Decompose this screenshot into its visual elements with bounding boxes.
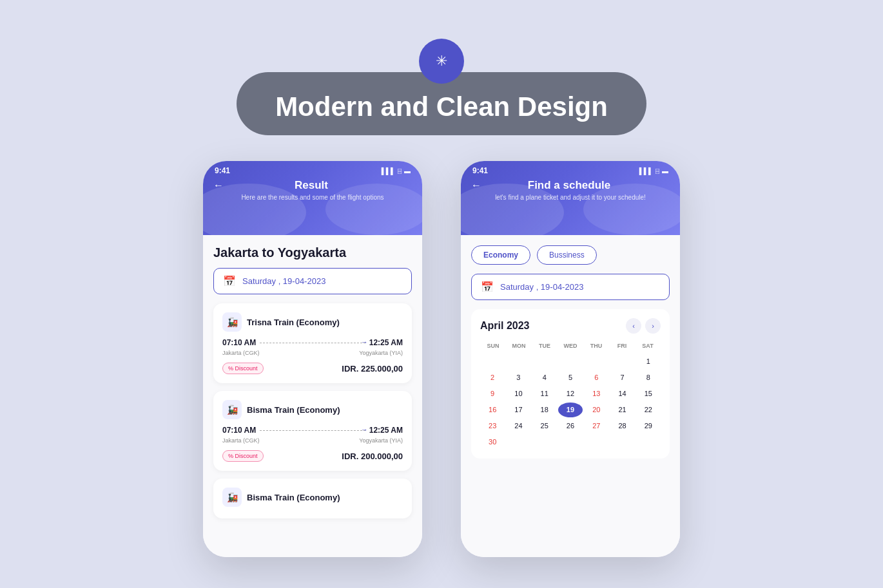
arrive-time-1: 12:25 AM [369, 426, 403, 435]
calendar-grid: 1234567891011121314151617181920212223242… [480, 354, 661, 450]
train-icon-2: 🚂 [222, 488, 242, 507]
status-icons-right: ▌▌▌ ⌸ ▬ [639, 167, 668, 175]
cal-cell[interactable]: 20 [584, 403, 608, 417]
cal-cell[interactable]: 15 [636, 386, 661, 401]
day-label-mon: MON [506, 341, 532, 350]
battery-icon-right: ▬ [662, 167, 668, 175]
cal-cell[interactable]: 5 [558, 370, 583, 385]
cal-cell[interactable]: 23 [480, 419, 505, 433]
cal-cell [558, 435, 583, 450]
cal-cell[interactable]: 16 [480, 403, 505, 417]
cal-cell[interactable]: 4 [532, 370, 557, 385]
phone-right: 9:41 ▌▌▌ ⌸ ▬ ← Find a schedule let's fin… [461, 161, 680, 557]
calendar-month: April 2023 [480, 320, 529, 332]
cal-cell[interactable]: 27 [584, 419, 608, 433]
cal-cell [532, 435, 557, 450]
date-text-left: Saturday , 19-04-2023 [242, 276, 325, 286]
cal-cell[interactable]: 12 [558, 386, 583, 401]
cal-cell[interactable]: 21 [610, 403, 634, 417]
tab-economy[interactable]: Economy [471, 245, 530, 265]
to-station-0: Yogyakarta (YIA) [359, 350, 403, 356]
cal-cell [506, 435, 530, 450]
cal-cell[interactable]: 22 [636, 403, 661, 417]
train-route-0: 07:10 AM 12:25 AM [222, 338, 403, 347]
cal-cell[interactable]: 2 [480, 370, 505, 385]
date-selector-right[interactable]: 📅 Saturday , 19-04-2023 [471, 274, 670, 300]
wifi-icon-right: ⌸ [655, 167, 659, 175]
phone-left: 9:41 ▌▌▌ ⌸ ▬ ← Result Here are the resul… [203, 161, 422, 557]
train-route-1: 07:10 AM 12:25 AM [222, 426, 403, 435]
cal-cell[interactable]: 30 [480, 435, 505, 450]
cal-cell[interactable]: 7 [610, 370, 634, 385]
cal-cell[interactable]: 24 [506, 419, 530, 433]
cal-cell [532, 354, 557, 369]
discount-badge-1: % Discount [222, 450, 264, 462]
cal-cell [584, 354, 608, 369]
status-icons-left: ▌▌▌ ⌸ ▬ [382, 167, 411, 175]
day-label-sun: SUN [480, 341, 506, 350]
cal-cell[interactable]: 11 [532, 386, 557, 401]
cal-cell[interactable]: 18 [532, 403, 557, 417]
nav-subtitle-left: Here are the results and some of the fli… [203, 193, 422, 210]
cal-cell [636, 435, 661, 450]
cal-cell[interactable]: 25 [532, 419, 557, 433]
nav-subtitle-right: let's find a plane ticket and adjust it … [461, 193, 680, 210]
status-bar-left: 9:41 ▌▌▌ ⌸ ▬ [203, 161, 422, 175]
cal-cell[interactable]: 9 [480, 386, 505, 401]
train-name-2: Bisma Train (Economy) [247, 493, 340, 502]
cal-cell[interactable]: 17 [506, 403, 530, 417]
cal-cell[interactable]: 14 [610, 386, 634, 401]
train-name-1: Bisma Train (Economy) [247, 405, 340, 415]
cal-cell [480, 354, 505, 369]
depart-time-1: 07:10 AM [222, 426, 256, 435]
to-station-1: Yogyakarta (YIA) [359, 437, 403, 444]
cal-cell[interactable]: 26 [558, 419, 583, 433]
date-selector-left[interactable]: 📅 Saturday , 19-04-2023 [213, 268, 412, 294]
phones-container: 9:41 ▌▌▌ ⌸ ▬ ← Result Here are the resul… [203, 161, 680, 557]
train-card-1[interactable]: 🚂 Bisma Train (Economy) 07:10 AM 12:25 A… [213, 391, 412, 471]
calendar-icon-left: 📅 [223, 275, 236, 287]
price-0: IDR. 225.000,00 [342, 364, 403, 374]
signal-icon: ▌▌▌ [382, 167, 395, 175]
train-header-0: 🚂 Trisna Train (Economy) [222, 312, 403, 332]
date-text-right: Saturday , 19-04-2023 [500, 282, 583, 292]
cal-cell[interactable]: 1 [636, 354, 661, 369]
day-label-fri: FRI [609, 341, 635, 350]
train-stations-0: Jakarta (CGK) Yogyakarta (YIA) [222, 350, 403, 356]
cal-cell[interactable]: 8 [636, 370, 661, 385]
cal-cell[interactable]: 28 [610, 419, 634, 433]
nav-row-right: ← Find a schedule [461, 175, 680, 193]
nav-title-right: Find a schedule [469, 179, 670, 192]
cal-cell[interactable]: 19 [558, 403, 583, 417]
day-label-sat: SAT [635, 341, 661, 350]
from-station-0: Jakarta (CGK) [222, 350, 260, 356]
status-bar-right: 9:41 ▌▌▌ ⌸ ▬ [461, 161, 680, 175]
cal-cell [610, 354, 634, 369]
phone-left-body: Jakarta to Yogyakarta 📅 Saturday , 19-04… [203, 235, 422, 557]
cal-cell[interactable]: 6 [584, 370, 608, 385]
train-header-1: 🚂 Bisma Train (Economy) [222, 400, 403, 419]
phone-left-header: 9:41 ▌▌▌ ⌸ ▬ ← Result Here are the resul… [203, 161, 422, 235]
status-time-right: 9:41 [472, 166, 488, 175]
cal-cell[interactable]: 13 [584, 386, 608, 401]
tab-business[interactable]: Bussiness [537, 245, 597, 265]
signal-icon-right: ▌▌▌ [639, 167, 653, 175]
nav-title-left: Result [211, 179, 412, 192]
train-card-2[interactable]: 🚂 Bisma Train (Economy) [213, 479, 412, 518]
calendar-next-btn[interactable]: › [645, 318, 661, 334]
header-section: ✳ Modern and Clean Design [237, 39, 646, 135]
calendar-prev-btn[interactable]: ‹ [626, 318, 641, 334]
calendar-header: April 2023 ‹ › [480, 318, 661, 334]
nav-row-left: ← Result [203, 175, 422, 193]
day-label-tue: TUE [532, 341, 558, 350]
calendar-navigation: ‹ › [626, 318, 661, 334]
cal-cell [558, 354, 583, 369]
train-card-0[interactable]: 🚂 Trisna Train (Economy) 07:10 AM 12:25 … [213, 303, 412, 383]
cal-cell[interactable]: 3 [506, 370, 530, 385]
price-1: IDR. 200.000,00 [342, 451, 403, 461]
cal-cell[interactable]: 10 [506, 386, 530, 401]
arrive-time-0: 12:25 AM [369, 338, 403, 347]
day-label-wed: WED [558, 341, 583, 350]
cal-cell[interactable]: 29 [636, 419, 661, 433]
cal-cell [506, 354, 530, 369]
